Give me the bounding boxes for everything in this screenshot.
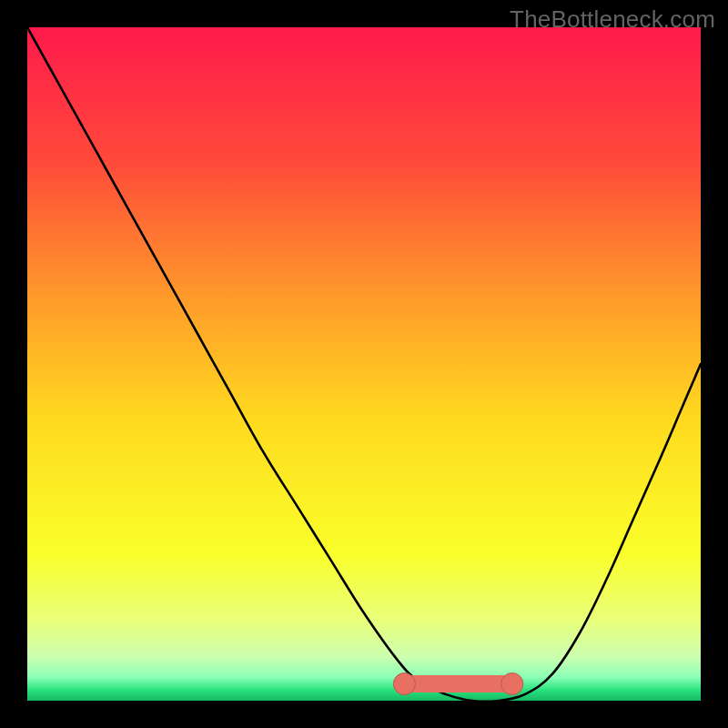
bottleneck-chart (27, 27, 701, 701)
marker-endpoint-right (501, 672, 523, 694)
chart-container: TheBottleneck.com (0, 0, 728, 728)
gradient-background (27, 27, 701, 701)
marker-endpoint-left (393, 672, 415, 694)
plot-area (27, 27, 701, 701)
